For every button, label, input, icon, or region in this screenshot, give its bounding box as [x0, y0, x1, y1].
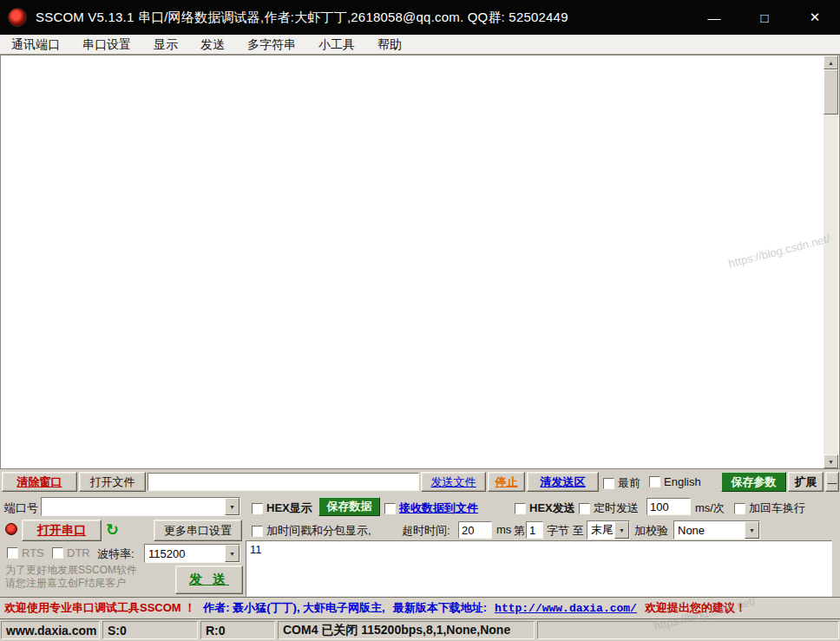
clear-window-label: 清除窗口	[17, 474, 62, 490]
menu-item-multi-string[interactable]: 多字符串	[236, 35, 307, 55]
baud-select-value: 115200	[145, 547, 225, 560]
timed-send-checkbox-box[interactable]	[579, 503, 590, 514]
timeout-label: 超时时间:	[402, 523, 450, 539]
save-data-button[interactable]: 保存数据	[318, 497, 380, 516]
byte-end-select[interactable]: 末尾 ▼	[587, 520, 630, 540]
topmost-checkbox-box[interactable]	[603, 478, 614, 489]
timeout-input[interactable]	[458, 521, 492, 539]
baud-label: 波特率:	[97, 546, 135, 562]
send-text-area[interactable]: 11	[246, 540, 832, 597]
close-button[interactable]: ✕	[790, 0, 840, 35]
status-port-state: COM4 已关闭 115200bps,8,1,None,None	[278, 621, 535, 639]
scroll-up-button[interactable]: ▲	[824, 56, 838, 69]
checksum-select[interactable]: None ▼	[673, 520, 760, 540]
clear-send-area-button[interactable]: 清发送区	[527, 472, 599, 492]
download-label: 最新版本下载地址:	[393, 600, 487, 616]
scroll-down-button[interactable]: ▼	[824, 455, 838, 468]
open-file-button[interactable]: 打开文件	[79, 472, 146, 492]
refresh-ports-icon[interactable]: ↻	[106, 522, 119, 538]
baud-dropdown-icon[interactable]: ▼	[225, 545, 240, 562]
port-dropdown-icon[interactable]: ▼	[225, 498, 240, 515]
send-button-label: 发 送	[189, 572, 229, 588]
hex-display-checkbox-box[interactable]	[252, 503, 263, 514]
suggest-text: 欢迎提出您的建议！	[645, 600, 746, 616]
sscom-window: SSCOM V5.13.1 串口/网络数据调试器,作者:大虾丁丁,2618058…	[0, 0, 840, 641]
rts-checkbox[interactable]: RTS	[7, 546, 44, 559]
scroll-down-icon: ▼	[828, 459, 834, 465]
menu-item-serial-settings[interactable]: 串口设置	[71, 35, 142, 55]
send-file-label: 发送文件	[431, 474, 476, 490]
hex-send-checkbox[interactable]: HEX发送	[515, 500, 575, 516]
port-select[interactable]: ▼	[41, 497, 240, 516]
clear-window-button[interactable]: 清除窗口	[2, 472, 77, 492]
add-crlf-checkbox[interactable]: 加回车换行	[734, 500, 805, 516]
menu-bar: 通讯端口 串口设置 显示 发送 多字符串 小工具 帮助	[0, 35, 840, 55]
status-sent-count: S:0	[102, 621, 198, 639]
promo-line-2[interactable]: 请您注册嘉立创F结尾客户	[5, 576, 126, 591]
stop-label: 停止	[495, 474, 518, 490]
dtr-checkbox-box[interactable]	[52, 547, 63, 559]
port-status-led[interactable]	[5, 523, 17, 535]
status-bar: www.daxia.com S:0 R:0 COM4 已关闭 115200bps…	[0, 619, 840, 641]
hex-send-label: HEX发送	[529, 500, 575, 516]
timestamp-checkbox[interactable]: 加时间戳和分包显示,	[252, 523, 371, 539]
receive-scrollbar[interactable]: ▲ ▼	[824, 56, 838, 468]
send-file-button[interactable]: 发送文件	[421, 472, 486, 492]
byte-from-input[interactable]	[526, 521, 543, 539]
author-text: 作者: 聂小猛(丁丁), 大虾电子网版主,	[203, 600, 384, 616]
add-crlf-checkbox-box[interactable]	[734, 503, 745, 514]
status-received-count: R:0	[200, 621, 275, 639]
timed-send-checkbox[interactable]: 定时发送	[579, 500, 639, 516]
baud-select[interactable]: 115200 ▼	[144, 544, 240, 563]
bottom-link-bar: 欢迎使用专业串口调试工具SSCOM ！ 作者: 聂小猛(丁丁), 大虾电子网版主…	[0, 597, 840, 619]
topmost-checkbox[interactable]: 最前	[603, 475, 640, 491]
dtr-checkbox[interactable]: DTR	[52, 546, 90, 559]
open-port-label: 打开串口	[37, 523, 86, 539]
more-serial-settings-button[interactable]: 更多串口设置	[154, 520, 242, 541]
collapse-label: —	[828, 477, 837, 487]
receive-to-file-label: 接收数据到文件	[399, 500, 478, 516]
daxia-url-link[interactable]: http://www.daxia.com/	[495, 602, 637, 615]
open-port-button[interactable]: 打开串口	[22, 520, 102, 541]
byte-from-label: 第	[514, 523, 525, 539]
status-spacer	[537, 621, 839, 639]
english-checkbox-box[interactable]	[649, 476, 660, 487]
collapse-button[interactable]: —	[825, 472, 839, 492]
send-button[interactable]: 发 送	[175, 566, 243, 594]
welcome-text: 欢迎使用专业串口调试工具SSCOM ！	[4, 600, 195, 616]
menu-item-help[interactable]: 帮助	[366, 35, 413, 55]
receive-to-file-checkbox[interactable]: 接收数据到文件	[384, 500, 478, 516]
save-params-button[interactable]: 保存参数	[721, 472, 786, 492]
timeout-unit-label: ms	[496, 523, 511, 536]
file-path-input[interactable]	[148, 473, 419, 491]
byte-end-dropdown-icon[interactable]: ▼	[614, 521, 629, 539]
interval-unit-label: ms/次	[695, 500, 725, 516]
menu-item-tools[interactable]: 小工具	[307, 35, 366, 55]
menu-item-display[interactable]: 显示	[142, 35, 189, 55]
receive-area[interactable]	[0, 55, 840, 469]
timed-send-label: 定时发送	[594, 500, 639, 516]
checksum-select-value: None	[674, 524, 745, 537]
minimize-button[interactable]: —	[689, 0, 739, 35]
title-bar[interactable]: SSCOM V5.13.1 串口/网络数据调试器,作者:大虾丁丁,2618058…	[0, 0, 840, 35]
timestamp-label: 加时间戳和分包显示,	[266, 523, 371, 539]
scroll-thumb[interactable]	[824, 69, 838, 114]
timestamp-checkbox-box[interactable]	[252, 526, 263, 537]
receive-to-file-checkbox-box[interactable]	[384, 503, 396, 514]
english-checkbox[interactable]: English	[649, 475, 701, 488]
hex-display-label: HEX显示	[266, 500, 312, 516]
byte-end-select-value: 末尾	[587, 522, 614, 538]
menu-item-send[interactable]: 发送	[189, 35, 236, 55]
checksum-dropdown-icon[interactable]: ▼	[745, 521, 759, 539]
extend-button[interactable]: 扩展	[788, 472, 824, 492]
hex-send-checkbox-box[interactable]	[515, 503, 526, 514]
app-icon	[8, 8, 27, 27]
save-params-label: 保存参数	[732, 474, 777, 490]
stop-button[interactable]: 停止	[488, 472, 525, 492]
menu-item-comm-port[interactable]: 通讯端口	[0, 35, 71, 55]
window-controls: — □ ✕	[689, 0, 840, 35]
maximize-button[interactable]: □	[739, 0, 790, 35]
hex-display-checkbox[interactable]: HEX显示	[252, 500, 312, 516]
rts-checkbox-box[interactable]	[7, 547, 18, 559]
interval-input[interactable]	[646, 498, 691, 515]
